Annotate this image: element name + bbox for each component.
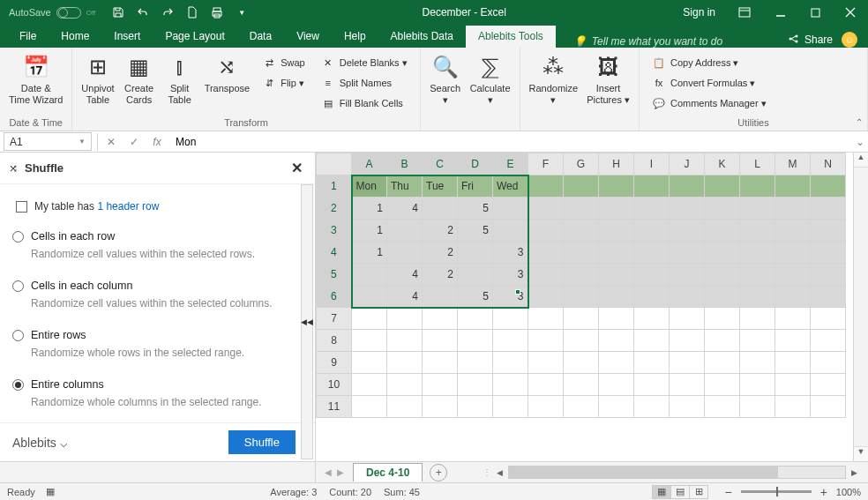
- shuffle-option-1[interactable]: Cells in each column: [12, 276, 288, 295]
- cell[interactable]: [811, 396, 846, 418]
- header-row-checkbox[interactable]: [16, 201, 27, 213]
- column-header[interactable]: J: [670, 153, 705, 175]
- cancel-formula-icon[interactable]: ✕: [100, 133, 123, 151]
- cell[interactable]: [705, 308, 740, 330]
- cell[interactable]: [775, 396, 811, 418]
- cell[interactable]: [705, 242, 740, 264]
- column-header[interactable]: I: [634, 153, 670, 175]
- split-table-button[interactable]: ⫿Split Table: [161, 51, 199, 108]
- macro-recorder-icon[interactable]: ▦: [46, 486, 55, 497]
- tab-help[interactable]: Help: [332, 26, 378, 48]
- cell[interactable]: 5: [458, 286, 493, 308]
- cell[interactable]: [387, 396, 423, 418]
- cell[interactable]: [634, 175, 670, 198]
- cell[interactable]: [740, 396, 775, 418]
- cell[interactable]: Wed: [493, 175, 528, 198]
- horizontal-scrollbar[interactable]: ⋮ ◀ ▶: [483, 466, 861, 479]
- cell[interactable]: [775, 175, 811, 198]
- cell[interactable]: [705, 352, 740, 374]
- cell[interactable]: [705, 330, 740, 352]
- cell[interactable]: [528, 175, 564, 198]
- print-icon[interactable]: [206, 2, 228, 23]
- sheet-tab-active[interactable]: Dec 4-10: [353, 463, 423, 481]
- cell[interactable]: 1: [352, 220, 387, 242]
- cell[interactable]: [811, 198, 846, 220]
- page-break-view-icon[interactable]: ⊞: [689, 485, 708, 499]
- cell[interactable]: [493, 374, 528, 396]
- cell[interactable]: [599, 352, 634, 374]
- cell[interactable]: [670, 308, 705, 330]
- cell[interactable]: [564, 396, 599, 418]
- cell[interactable]: [599, 330, 634, 352]
- cell[interactable]: [740, 175, 775, 198]
- column-header[interactable]: E: [493, 153, 528, 175]
- vertical-scrollbar[interactable]: ▲ ▼: [853, 153, 868, 461]
- cell[interactable]: [740, 308, 775, 330]
- zoom-out-icon[interactable]: −: [721, 485, 735, 499]
- cell[interactable]: [528, 352, 564, 374]
- cell[interactable]: 3: [493, 264, 528, 286]
- cell[interactable]: [811, 286, 846, 308]
- cell[interactable]: [634, 220, 670, 242]
- shuffle-option-0[interactable]: Cells in each row: [12, 227, 288, 246]
- cell[interactable]: [564, 198, 599, 220]
- cell[interactable]: [493, 198, 528, 220]
- cell[interactable]: [458, 396, 493, 418]
- name-box[interactable]: A1▼: [4, 132, 92, 151]
- feedback-icon[interactable]: ☺: [842, 32, 857, 48]
- row-header[interactable]: 5: [317, 264, 352, 286]
- cell[interactable]: [599, 374, 634, 396]
- cell[interactable]: [493, 396, 528, 418]
- cell[interactable]: [775, 374, 811, 396]
- cell[interactable]: [528, 286, 564, 308]
- row-header[interactable]: 3: [317, 220, 352, 242]
- shuffle-option-3[interactable]: Entire columns: [12, 375, 288, 394]
- date-time-wizard-button[interactable]: 📅Date & Time Wizard: [5, 51, 66, 108]
- cell[interactable]: [599, 198, 634, 220]
- tab-ablebits-data[interactable]: Ablebits Data: [378, 26, 466, 48]
- cell[interactable]: [775, 286, 811, 308]
- column-header[interactable]: N: [811, 153, 846, 175]
- cell[interactable]: 1: [352, 198, 387, 220]
- cell[interactable]: Thu: [387, 175, 423, 198]
- scroll-left-icon[interactable]: ◀: [493, 468, 506, 477]
- cell[interactable]: 2: [423, 220, 458, 242]
- cell[interactable]: [670, 220, 705, 242]
- cell[interactable]: [705, 286, 740, 308]
- sign-in-button[interactable]: Sign in: [672, 0, 726, 25]
- cell[interactable]: Fri: [458, 175, 493, 198]
- create-cards-button[interactable]: ▦Create Cards: [120, 51, 159, 108]
- cell[interactable]: 3: [493, 286, 528, 308]
- fx-icon[interactable]: fx: [146, 133, 168, 151]
- cell[interactable]: [458, 330, 493, 352]
- cell[interactable]: [387, 330, 423, 352]
- cell[interactable]: [599, 286, 634, 308]
- tell-me-search[interactable]: 💡 Tell me what you want to do: [556, 35, 722, 48]
- column-header[interactable]: K: [705, 153, 740, 175]
- cell[interactable]: [775, 220, 811, 242]
- cell[interactable]: [811, 308, 846, 330]
- cell[interactable]: [352, 264, 387, 286]
- cell[interactable]: 5: [458, 220, 493, 242]
- save-icon[interactable]: [108, 2, 129, 23]
- cell[interactable]: [564, 330, 599, 352]
- column-header[interactable]: M: [775, 153, 811, 175]
- cell[interactable]: [458, 308, 493, 330]
- row-header[interactable]: 4: [317, 242, 352, 264]
- row-header[interactable]: 2: [317, 198, 352, 220]
- cell[interactable]: [352, 330, 387, 352]
- cell[interactable]: 1: [352, 242, 387, 264]
- row-header[interactable]: 8: [317, 330, 352, 352]
- collapse-ribbon-icon[interactable]: ⌃: [856, 117, 863, 127]
- cell[interactable]: [670, 396, 705, 418]
- cell[interactable]: [564, 264, 599, 286]
- cell[interactable]: [387, 352, 423, 374]
- scroll-up-icon[interactable]: ▲: [854, 153, 868, 168]
- flip-button[interactable]: ⇵Flip ▾: [258, 73, 309, 93]
- search-button[interactable]: 🔍Search ▾: [426, 51, 465, 108]
- cell[interactable]: 2: [423, 242, 458, 264]
- delete-blanks-button[interactable]: ✕Delete Blanks ▾: [318, 53, 411, 72]
- column-header[interactable]: L: [740, 153, 775, 175]
- cell[interactable]: [352, 396, 387, 418]
- select-all-cell[interactable]: [317, 153, 352, 175]
